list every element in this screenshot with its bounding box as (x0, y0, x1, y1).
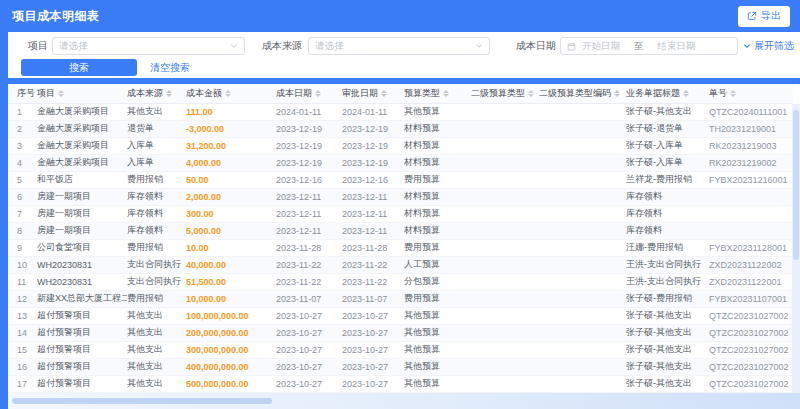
project-select[interactable]: 请选择 (52, 37, 245, 55)
sort-icon[interactable] (381, 90, 387, 98)
expand-filters-link[interactable]: 展开筛选 (743, 37, 794, 55)
cell-doc-title: 库存领料 (626, 205, 709, 222)
col-header-label: 成本来源 (127, 88, 163, 98)
col-header-doc-no[interactable]: 单号 (709, 84, 793, 103)
cell-sub-budget-type (471, 188, 539, 205)
col-header-budget-type[interactable]: 预算类型 (404, 84, 471, 103)
cell-sub-budget-type (471, 154, 539, 171)
cell-doc-title: 张子硕-退货单 (626, 120, 709, 137)
data-table: 序号项目成本来源成本金额成本日期审批日期预算类型二级预算类型二级预算类型编码业务… (8, 84, 793, 393)
clear-search-link[interactable]: 清空搜索 (150, 59, 190, 76)
cell-sub-budget-type (471, 239, 539, 256)
cell-doc-title: 库存领料 (626, 222, 709, 239)
cell-budget-type: 其他预算 (404, 358, 471, 375)
cell-cost-source: 其他支出 (127, 324, 186, 341)
sort-icon[interactable] (683, 90, 689, 98)
cell-budget-type: 材料预算 (404, 222, 471, 239)
table-row: 8房建一期项目库存领料5,000.002023-12-112023-12-11材… (8, 222, 793, 239)
expand-filters-label: 展开筛选 (754, 39, 794, 53)
cell-sub-budget-code (539, 120, 626, 137)
project-filter-label: 项目 (28, 37, 48, 55)
cost-source-select[interactable]: 请选择 (308, 37, 490, 55)
col-header-approval-date[interactable]: 审批日期 (342, 84, 404, 103)
col-header-cost-source[interactable]: 成本来源 (127, 84, 186, 103)
col-header-sub-budget-type[interactable]: 二级预算类型 (471, 84, 539, 103)
cell-index: 13 (8, 307, 37, 324)
sort-icon[interactable] (730, 90, 736, 98)
cell-approval-date: 2023-11-07 (342, 290, 404, 307)
cell-approval-date: 2023-12-11 (342, 222, 404, 239)
cost-date-range-input[interactable]: 开始日期 至 结束日期 (560, 37, 738, 55)
cell-doc-no (709, 205, 793, 222)
cell-index: 8 (8, 222, 37, 239)
search-button[interactable]: 搜索 (21, 59, 137, 76)
vertical-scrollbar-thumb[interactable] (793, 110, 799, 260)
cell-doc-no: QTZC20231027002 (709, 307, 793, 324)
cell-doc-no: RK20231219002 (709, 154, 793, 171)
sort-icon[interactable] (443, 90, 449, 98)
cell-cost-date: 2023-11-07 (276, 290, 342, 307)
sort-icon[interactable] (528, 90, 534, 98)
cell-budget-type: 人工预算 (404, 256, 471, 273)
table-row: 5和平饭店费用报销50.002023-12-162023-12-16费用预算兰祥… (8, 171, 793, 188)
cell-cost-date: 2023-10-27 (276, 375, 342, 392)
cell-cost-source: 库存领料 (127, 205, 186, 222)
col-header-cost-date[interactable]: 成本日期 (276, 84, 342, 103)
cell-doc-title: 张子硕-其他支出 (626, 103, 709, 120)
cell-approval-date: 2023-12-19 (342, 137, 404, 154)
cell-project: 金融大厦采购项目 (37, 120, 127, 137)
cell-doc-no: QTZC20231027002 (709, 358, 793, 375)
cell-doc-title: 张子硕-其他支出 (626, 341, 709, 358)
cell-amount: 10.00 (186, 239, 276, 256)
sort-icon[interactable] (225, 90, 231, 98)
col-header-label: 成本日期 (276, 88, 312, 98)
col-header-index: 序号 (8, 84, 37, 103)
vertical-scrollbar[interactable] (792, 104, 800, 393)
cell-sub-budget-type (471, 375, 539, 392)
cell-cost-source: 费用报销 (127, 239, 186, 256)
col-header-label: 预算类型 (404, 88, 440, 98)
col-header-project[interactable]: 项目 (37, 84, 127, 103)
cell-sub-budget-type (471, 341, 539, 358)
cell-sub-budget-type (471, 103, 539, 120)
start-date-placeholder: 开始日期 (582, 40, 620, 53)
cell-amount: 51,500.00 (186, 273, 276, 290)
cell-budget-type: 材料预算 (404, 154, 471, 171)
cell-cost-source: 其他支出 (127, 341, 186, 358)
sort-icon[interactable] (315, 90, 321, 98)
cell-approval-date: 2023-11-22 (342, 256, 404, 273)
col-header-amount[interactable]: 成本金额 (186, 84, 276, 103)
filter-panel: 项目 请选择 成本来源 请选择 成本日期 开始日期 至 结束日期 展开筛选 搜索… (8, 32, 800, 78)
export-button[interactable]: 导出 (738, 6, 790, 27)
cell-cost-source: 费用报销 (127, 171, 186, 188)
horizontal-scrollbar[interactable] (8, 393, 800, 409)
cell-sub-budget-type (471, 324, 539, 341)
cell-approval-date: 2023-10-27 (342, 358, 404, 375)
cell-project: 和平饭店 (37, 171, 127, 188)
col-header-doc-title[interactable]: 业务单据标题 (626, 84, 709, 103)
col-header-sub-budget-code[interactable]: 二级预算类型编码 (539, 84, 626, 103)
cell-doc-no: QTZC20231027002 (709, 341, 793, 358)
sort-icon[interactable] (58, 90, 64, 98)
cell-cost-source: 退货单 (127, 120, 186, 137)
cell-budget-type: 分包预算 (404, 273, 471, 290)
cell-amount: 300,000,000.00 (186, 341, 276, 358)
cell-index: 4 (8, 154, 37, 171)
cell-approval-date: 2023-12-16 (342, 171, 404, 188)
cell-doc-title: 张子硕-其他支出 (626, 358, 709, 375)
cell-amount: 2,000.00 (186, 188, 276, 205)
cell-cost-source: 入库单 (127, 154, 186, 171)
sort-icon[interactable] (614, 90, 620, 98)
cell-project: 超付预警项目 (37, 341, 127, 358)
sort-icon[interactable] (166, 90, 172, 98)
cell-project: 金融大厦采购项目 (37, 103, 127, 120)
cell-approval-date: 2023-10-27 (342, 375, 404, 392)
table-row: 15超付预警项目其他支出300,000,000.002023-10-272023… (8, 341, 793, 358)
cell-budget-type: 材料预算 (404, 137, 471, 154)
cell-cost-source: 费用报销 (127, 290, 186, 307)
horizontal-scrollbar-thumb[interactable] (12, 398, 272, 404)
cell-approval-date: 2023-10-27 (342, 324, 404, 341)
table-row: 11WH20230831支出合同执行51,500.002023-11-22202… (8, 273, 793, 290)
table-row: 9公司食堂项目费用报销10.002023-11-282023-11-28费用预算… (8, 239, 793, 256)
cell-cost-source: 其他支出 (127, 307, 186, 324)
